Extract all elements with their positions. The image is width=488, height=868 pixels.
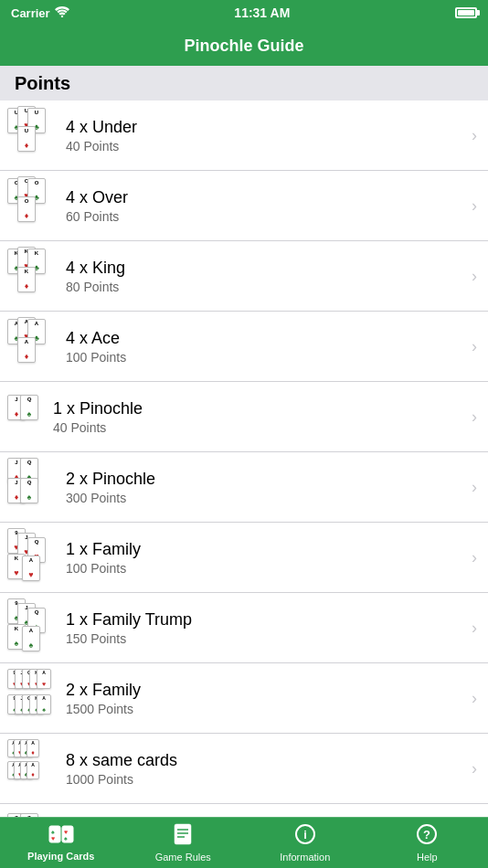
chevron-icon: › [472,478,477,497]
item-subtitle: 150 Points [66,631,464,646]
chevron-icon: › [472,408,477,427]
item-title: 4 x Over [66,188,464,207]
chevron-icon: › [472,126,477,145]
chevron-icon: › [472,759,477,778]
item-title: 1 x Family [66,540,464,559]
svg-rect-7 [175,824,191,844]
card-thumbnail: K ♠ K ♥ K ♣ K ♦ [7,247,57,305]
points-list: U ♠ U ♥ U ♣ U ♦ 4 x Under 40 Points › [0,101,488,817]
tab-information[interactable]: i Information [244,818,366,868]
chevron-icon: › [472,196,477,216]
tab-playing-cards-label: Playing Cards [27,851,94,862]
card-thumbnail: J ♦ Q ♠ [7,387,44,446]
item-title: 4 x Under [66,118,464,137]
svg-text:?: ? [423,828,430,842]
item-content: 4 x Over 60 Points [66,188,464,224]
item-title: 4 x King [66,259,464,278]
chevron-icon: › [472,619,477,638]
item-content: 2 x Pinochle 300 Points [66,470,464,505]
wifi-icon [55,6,69,20]
status-bar: Carrier 11:31 AM [0,0,488,26]
list-item[interactable]: 7 ♠ 7 ♥ 7 › [0,804,488,817]
card-thumbnail: O ♠ O ♥ O ♣ O ♦ [7,176,57,235]
help-icon: ? [416,823,438,849]
tab-information-label: Information [280,852,330,863]
item-subtitle: 100 Points [66,350,464,365]
svg-point-0 [60,15,62,16]
item-subtitle: 1000 Points [66,772,464,787]
item-subtitle: 40 Points [53,420,464,435]
card-thumbnail: A ♠ A ♥ A ♣ A ♦ A ♠ A ♥ [7,739,57,798]
svg-text:♥: ♥ [51,835,55,842]
carrier-text: Carrier [11,6,50,20]
item-subtitle: 100 Points [66,561,464,576]
svg-text:♠: ♠ [64,835,68,842]
item-content: 1 x Pinochle 40 Points [53,399,464,435]
card-thumbnail: 7 ♠ 7 ♥ [7,810,57,817]
tab-help-label: Help [417,852,438,863]
svg-text:♥: ♥ [64,829,68,835]
list-item[interactable]: J ♦ Q ♠ 1 x Pinochle 40 Points › [0,382,488,452]
item-subtitle: 80 Points [66,280,464,294]
nav-bar: Pinochle Guide [0,26,488,66]
card-thumbnail: A ♠ A ♥ A ♣ A ♦ [7,317,57,376]
tab-playing-cards[interactable]: ♠ ♥ ♥ ♠ Playing Cards [0,818,122,868]
list-item[interactable]: 9 ♠ J ♠ Q ♠ K ♠ A ♠ 1 x Family Trump 150… [0,593,488,663]
card-thumbnail: 9 ♥ J ♥ Q ♥ K ♥ A ♥ [7,528,57,587]
item-title: 2 x Pinochle [66,470,464,489]
section-header: Points [0,66,488,101]
card-thumbnail: U ♠ U ♥ U ♣ U ♦ [7,106,57,164]
list-item[interactable]: J ♦ Q ♠ J ♦ Q ♠ 2 x Pinochle 300 Points … [0,452,488,523]
card-thumbnail: J ♦ Q ♠ J ♦ Q ♠ [7,458,57,516]
status-time: 11:31 AM [234,5,290,20]
chevron-icon: › [472,337,477,356]
chevron-icon: › [472,548,477,567]
list-item[interactable]: K ♠ K ♥ K ♣ K ♦ 4 x King 80 Points › [0,241,488,312]
item-content: 4 x King 80 Points [66,259,464,294]
tab-game-rules-label: Game Rules [155,852,211,863]
item-subtitle: 1500 Points [66,702,464,716]
list-item[interactable]: O ♠ O ♥ O ♣ O ♦ 4 x Over 60 Points › [0,171,488,241]
item-content: 4 x Ace 100 Points [66,329,464,365]
item-title: 1 x Pinochle [53,399,464,418]
list-item[interactable]: 9 ♥ J ♥ Q ♥ K ♥ A ♥ 1 x Family 100 Point… [0,523,488,593]
tab-bar: ♠ ♥ ♥ ♠ Playing Cards Game Rules i [0,817,488,868]
list-item[interactable]: 9 ♥ J ♥ Q ♥ K ♥ A ♥ 9 ♠ [0,663,488,734]
item-title: 2 x Family [66,681,464,700]
svg-text:♠: ♠ [51,829,55,835]
carrier-wifi: Carrier [11,6,69,20]
game-rules-icon [173,823,193,849]
item-content: 8 x same cards 1000 Points [66,751,464,787]
list-item[interactable]: A ♠ A ♥ A ♣ A ♦ A ♠ A ♥ [0,734,488,804]
item-subtitle: 60 Points [66,209,464,224]
item-title: 4 x Ace [66,329,464,348]
playing-cards-icon: ♠ ♥ ♥ ♠ [48,824,74,848]
list-item[interactable]: U ♠ U ♥ U ♣ U ♦ 4 x Under 40 Points › [0,101,488,171]
item-content: 1 x Family Trump 150 Points [66,610,464,646]
chevron-icon: › [472,689,477,708]
nav-title: Pinochle Guide [184,37,303,56]
svg-text:i: i [303,828,307,842]
item-content: 1 x Family 100 Points [66,540,464,576]
section-title: Points [15,73,70,94]
tab-game-rules[interactable]: Game Rules [122,818,245,868]
list-item[interactable]: A ♠ A ♥ A ♣ A ♦ 4 x Ace 100 Points › [0,312,488,382]
card-thumbnail: 9 ♠ J ♠ Q ♠ K ♠ A ♠ [7,598,57,657]
item-subtitle: 40 Points [66,139,464,153]
card-thumbnail: 9 ♥ J ♥ Q ♥ K ♥ A ♥ 9 ♠ [7,669,57,727]
item-content: 4 x Under 40 Points [66,118,464,153]
item-content: 2 x Family 1500 Points [66,681,464,716]
item-title: 1 x Family Trump [66,610,464,630]
chevron-icon: › [472,267,477,286]
item-subtitle: 300 Points [66,491,464,505]
item-title: 8 x same cards [66,751,464,770]
information-icon: i [294,823,316,849]
tab-help[interactable]: ? Help [366,818,489,868]
battery-indicator [455,7,477,18]
